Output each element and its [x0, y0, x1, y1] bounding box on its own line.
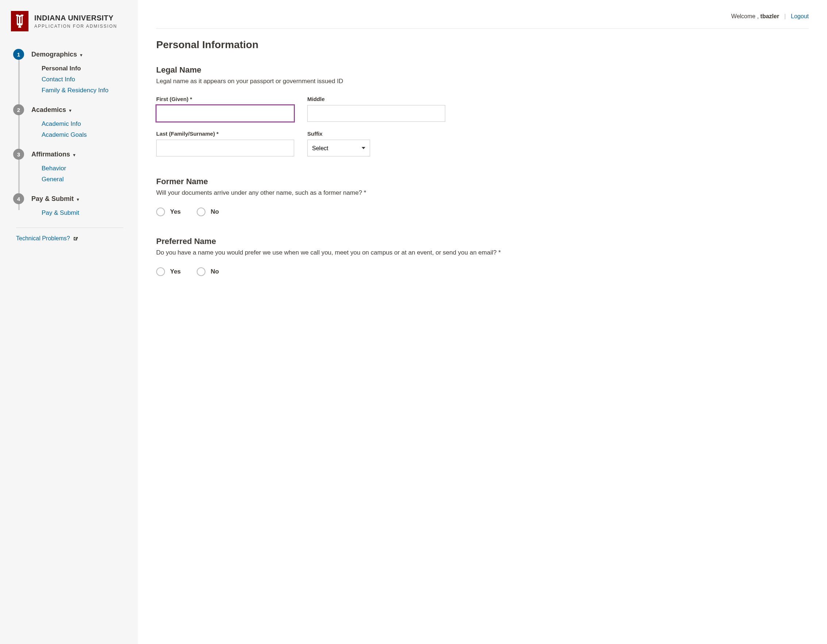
step-number-2: 2	[13, 104, 24, 115]
radio-icon	[197, 207, 206, 216]
nav-title-academics: Academics▼	[31, 106, 72, 114]
username: tbazler	[760, 13, 779, 20]
caret-down-icon: ▼	[76, 197, 80, 202]
suffix-label: Suffix	[307, 131, 370, 137]
legal-name-desc: Legal name as it appears on your passpor…	[156, 78, 809, 85]
legal-name-heading: Legal Name	[156, 65, 809, 75]
former-name-heading: Former Name	[156, 177, 809, 186]
nav-head-academics[interactable]: 2 Academics▼	[13, 104, 123, 115]
topbar: Welcome , tbazler | Logout	[156, 13, 809, 29]
nav-item-pay-submit[interactable]: Pay & Submit	[42, 209, 123, 216]
external-link-icon	[73, 236, 78, 241]
nav-title-pay-submit: Pay & Submit▼	[31, 195, 80, 203]
preferred-name-yes-option[interactable]: Yes	[156, 267, 181, 276]
former-name-no-option[interactable]: No	[197, 207, 219, 216]
nav-head-demographics[interactable]: 1 Demographics▼	[13, 49, 123, 60]
topbar-separator: |	[784, 13, 786, 20]
nav-section-pay-submit: 4 Pay & Submit▼ Pay & Submit	[13, 193, 123, 216]
suffix-select[interactable]: Select	[307, 140, 370, 156]
first-name-label: First (Given) *	[156, 96, 294, 102]
nav-item-contact-info[interactable]: Contact Info	[42, 76, 123, 83]
preferred-name-heading: Preferred Name	[156, 236, 809, 246]
logout-link[interactable]: Logout	[791, 13, 809, 20]
former-name-section: Former Name Will your documents arrive u…	[156, 177, 809, 216]
nav-item-family-residency[interactable]: Family & Residency Info	[42, 87, 123, 94]
radio-label-yes: Yes	[170, 268, 181, 275]
nav-head-affirmations[interactable]: 3 Affirmations▼	[13, 149, 123, 160]
radio-icon	[156, 267, 165, 276]
nav-item-personal-info[interactable]: Personal Info	[42, 65, 123, 72]
caret-down-icon: ▼	[72, 153, 76, 157]
nav-item-general[interactable]: General	[42, 176, 123, 183]
sidebar-divider	[16, 227, 123, 228]
technical-problems-link[interactable]: Technical Problems?	[0, 235, 78, 242]
step-nav: 1 Demographics▼ Personal Info Contact In…	[0, 49, 123, 216]
radio-icon	[197, 267, 206, 276]
middle-name-label: Middle	[307, 96, 445, 102]
step-number-4: 4	[13, 193, 24, 204]
nav-head-pay-submit[interactable]: 4 Pay & Submit▼	[13, 193, 123, 204]
radio-icon	[156, 207, 165, 216]
preferred-name-radio-group: Yes No	[156, 267, 809, 276]
step-number-3: 3	[13, 149, 24, 160]
former-name-question: Will your documents arrive under any oth…	[156, 189, 809, 196]
radio-label-yes: Yes	[170, 208, 181, 216]
nav-title-affirmations: Affirmations▼	[31, 151, 76, 158]
last-name-label: Last (Family/Surname) *	[156, 131, 294, 137]
former-name-radio-group: Yes No	[156, 207, 809, 216]
step-number-1: 1	[13, 49, 24, 60]
radio-label-no: No	[211, 208, 219, 216]
brand-title: INDIANA UNIVERSITY	[34, 14, 117, 22]
welcome-text: Welcome ,	[731, 13, 759, 20]
page-title: Personal Information	[156, 39, 809, 51]
sidebar: INDIANA UNIVERSITY APPLICATION FOR ADMIS…	[0, 0, 138, 644]
nav-item-behavior[interactable]: Behavior	[42, 165, 123, 172]
preferred-name-no-option[interactable]: No	[197, 267, 219, 276]
former-name-yes-option[interactable]: Yes	[156, 207, 181, 216]
legal-name-section: Legal Name Legal name as it appears on y…	[156, 65, 809, 156]
middle-name-input[interactable]	[307, 105, 445, 122]
brand-subtitle: APPLICATION FOR ADMISSION	[34, 24, 117, 29]
nav-item-academic-goals[interactable]: Academic Goals	[42, 131, 123, 138]
nav-section-academics: 2 Academics▼ Academic Info Academic Goal…	[13, 104, 123, 138]
radio-label-no: No	[211, 268, 219, 275]
first-name-input[interactable]	[156, 105, 294, 122]
caret-down-icon: ▼	[79, 53, 83, 57]
preferred-name-question: Do you have a name you would prefer we u…	[156, 249, 809, 257]
iu-logo-icon	[11, 11, 28, 31]
nav-item-academic-info[interactable]: Academic Info	[42, 120, 123, 128]
caret-down-icon: ▼	[68, 108, 72, 113]
nav-section-affirmations: 3 Affirmations▼ Behavior General	[13, 149, 123, 183]
last-name-input[interactable]	[156, 140, 294, 156]
nav-title-demographics: Demographics▼	[31, 51, 83, 58]
brand-logo: INDIANA UNIVERSITY APPLICATION FOR ADMIS…	[0, 11, 123, 31]
preferred-name-section: Preferred Name Do you have a name you wo…	[156, 236, 809, 276]
nav-section-demographics: 1 Demographics▼ Personal Info Contact In…	[13, 49, 123, 94]
main-content: Welcome , tbazler | Logout Personal Info…	[138, 0, 827, 644]
